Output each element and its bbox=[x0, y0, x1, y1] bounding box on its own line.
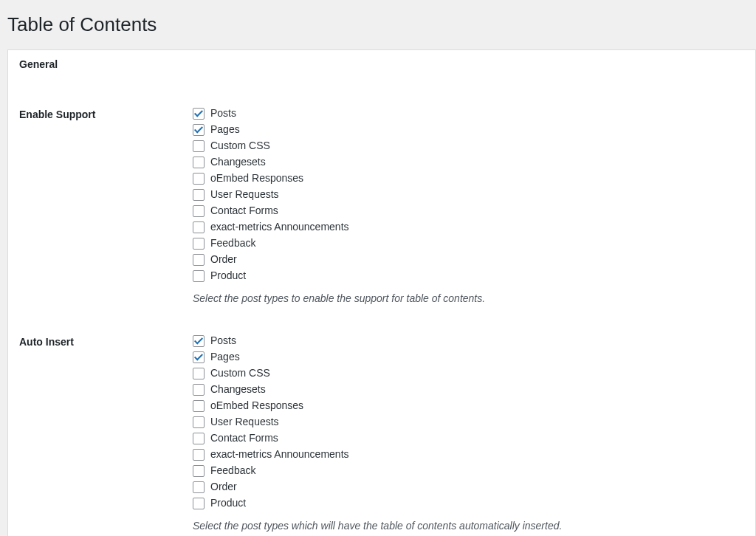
checkbox-label[interactable]: exact-metrics Announcements bbox=[210, 447, 349, 462]
checkbox-label[interactable]: Pages bbox=[210, 349, 240, 365]
checkbox-label[interactable]: Custom CSS bbox=[210, 365, 270, 381]
row-auto-insert: Auto Insert PostsPagesCustom CSSChangese… bbox=[8, 306, 755, 536]
checkbox-label[interactable]: oEmbed Responses bbox=[210, 398, 303, 413]
checkbox-item: exact-metrics Announcements bbox=[193, 447, 748, 462]
checkbox-item: Pages bbox=[193, 122, 748, 137]
section-title: General bbox=[19, 58, 58, 70]
checkbox-label[interactable]: Product bbox=[210, 268, 246, 284]
checkbox-label[interactable]: exact-metrics Announcements bbox=[210, 219, 349, 235]
checkbox-input[interactable] bbox=[193, 335, 205, 347]
settings-panel: General Enable Support PostsPagesCustom … bbox=[7, 49, 756, 536]
checkbox-input[interactable] bbox=[193, 221, 205, 233]
section-header-general: General bbox=[8, 50, 755, 79]
checkbox-item: Changesets bbox=[193, 154, 748, 170]
label-enable-support: Enable Support bbox=[8, 79, 185, 306]
checkbox-item: Feedback bbox=[193, 236, 748, 251]
label-auto-insert: Auto Insert bbox=[8, 306, 185, 536]
checkbox-input[interactable] bbox=[193, 498, 205, 509]
checkbox-input[interactable] bbox=[193, 465, 205, 477]
checkbox-item: User Requests bbox=[193, 414, 748, 430]
checkbox-label[interactable]: Contact Forms bbox=[210, 430, 278, 446]
checkbox-input[interactable] bbox=[193, 254, 205, 266]
auto-insert-description: Select the post types which will have th… bbox=[193, 518, 748, 534]
checkbox-label[interactable]: Changesets bbox=[210, 154, 266, 170]
enable-support-description: Select the post types to enable the supp… bbox=[193, 291, 748, 306]
checkbox-input[interactable] bbox=[193, 351, 205, 363]
enable-support-checkbox-list: PostsPagesCustom CSSChangesetsoEmbed Res… bbox=[193, 106, 748, 284]
checkbox-input[interactable] bbox=[193, 108, 205, 120]
checkbox-label[interactable]: Order bbox=[210, 252, 237, 267]
checkbox-input[interactable] bbox=[193, 238, 205, 250]
checkbox-input[interactable] bbox=[193, 124, 205, 136]
field-enable-support: PostsPagesCustom CSSChangesetsoEmbed Res… bbox=[185, 79, 755, 306]
checkbox-item: Custom CSS bbox=[193, 365, 748, 381]
checkbox-item: Feedback bbox=[193, 463, 748, 478]
checkbox-item: Product bbox=[193, 268, 748, 284]
checkbox-item: Pages bbox=[193, 349, 748, 365]
checkbox-item: Contact Forms bbox=[193, 430, 748, 446]
checkbox-label[interactable]: Feedback bbox=[210, 463, 255, 478]
checkbox-item: Posts bbox=[193, 106, 748, 121]
checkbox-label[interactable]: User Requests bbox=[210, 414, 279, 430]
checkbox-input[interactable] bbox=[193, 157, 205, 168]
auto-insert-checkbox-list: PostsPagesCustom CSSChangesetsoEmbed Res… bbox=[193, 333, 748, 511]
checkbox-item: Changesets bbox=[193, 382, 748, 397]
checkbox-item: oEmbed Responses bbox=[193, 171, 748, 186]
checkbox-item: Custom CSS bbox=[193, 138, 748, 154]
checkbox-input[interactable] bbox=[193, 416, 205, 428]
checkbox-input[interactable] bbox=[193, 433, 205, 444]
checkbox-label[interactable]: Custom CSS bbox=[210, 138, 270, 154]
checkbox-input[interactable] bbox=[193, 368, 205, 379]
checkbox-label[interactable]: Pages bbox=[210, 122, 240, 137]
checkbox-label[interactable]: Changesets bbox=[210, 382, 266, 397]
checkbox-item: Product bbox=[193, 495, 748, 511]
checkbox-item: Order bbox=[193, 252, 748, 267]
checkbox-input[interactable] bbox=[193, 173, 205, 185]
checkbox-input[interactable] bbox=[193, 270, 205, 282]
checkbox-input[interactable] bbox=[193, 400, 205, 412]
row-enable-support: Enable Support PostsPagesCustom CSSChang… bbox=[8, 79, 755, 306]
checkbox-item: Contact Forms bbox=[193, 203, 748, 219]
checkbox-item: Posts bbox=[193, 333, 748, 348]
page-title: Table of Contents bbox=[7, 13, 749, 36]
checkbox-input[interactable] bbox=[193, 140, 205, 152]
checkbox-item: exact-metrics Announcements bbox=[193, 219, 748, 235]
page-header: Table of Contents bbox=[0, 0, 756, 49]
checkbox-input[interactable] bbox=[193, 481, 205, 493]
checkbox-label[interactable]: Order bbox=[210, 479, 237, 495]
checkbox-label[interactable]: Feedback bbox=[210, 236, 255, 251]
checkbox-item: Order bbox=[193, 479, 748, 495]
checkbox-label[interactable]: Product bbox=[210, 495, 246, 511]
checkbox-label[interactable]: Posts bbox=[210, 106, 236, 121]
settings-form-table: Enable Support PostsPagesCustom CSSChang… bbox=[8, 79, 755, 536]
checkbox-label[interactable]: Contact Forms bbox=[210, 203, 278, 219]
checkbox-label[interactable]: User Requests bbox=[210, 187, 279, 202]
checkbox-input[interactable] bbox=[193, 449, 205, 461]
checkbox-label[interactable]: oEmbed Responses bbox=[210, 171, 303, 186]
checkbox-input[interactable] bbox=[193, 205, 205, 217]
checkbox-item: User Requests bbox=[193, 187, 748, 202]
field-auto-insert: PostsPagesCustom CSSChangesetsoEmbed Res… bbox=[185, 306, 755, 536]
checkbox-input[interactable] bbox=[193, 384, 205, 396]
checkbox-item: oEmbed Responses bbox=[193, 398, 748, 413]
checkbox-input[interactable] bbox=[193, 189, 205, 201]
checkbox-label[interactable]: Posts bbox=[210, 333, 236, 348]
